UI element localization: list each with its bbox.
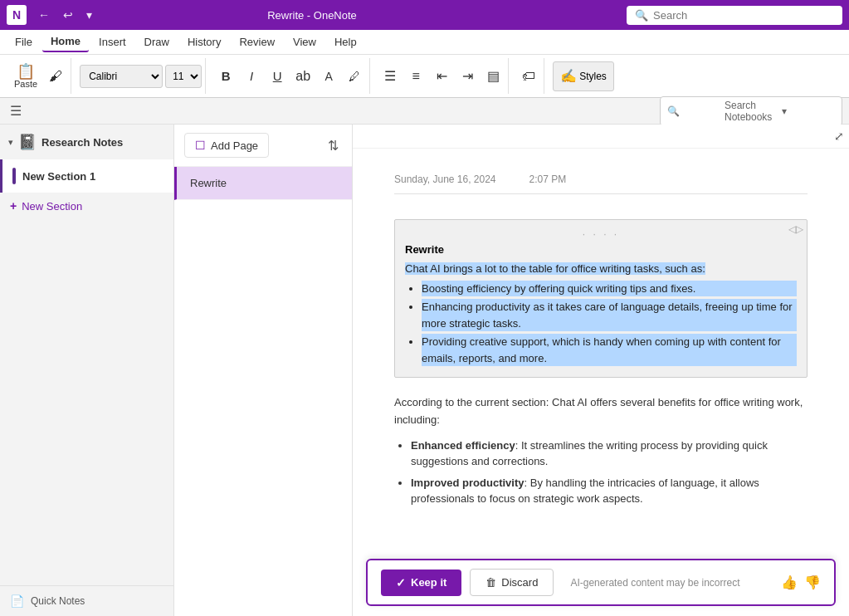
block-handle: · · · · — [405, 228, 797, 240]
block-resize-handle[interactable]: ◁▷ — [788, 223, 803, 235]
ai-action-bar: ✓ Keep it 🗑 Discard AI-generated content… — [366, 559, 836, 606]
hamburger-menu[interactable]: ☰ — [7, 100, 25, 122]
title-controls: ← ↩ ▾ — [33, 7, 97, 23]
search-icon: 🔍 — [635, 9, 648, 22]
discard-button[interactable]: 🗑 Discard — [470, 569, 554, 596]
block-title: Rewrite — [405, 243, 797, 256]
format-group: B I U ab A 🖊 — [211, 58, 370, 94]
content-area: ⤢ Sunday, June 16, 2024 2:07 PM · · · · … — [353, 125, 849, 616]
pages-toolbar: ☐ Add Page ⇅ — [174, 125, 352, 167]
new-section-label: New Section — [22, 200, 82, 213]
dropdown-button[interactable]: ▾ — [81, 7, 97, 23]
font-group: Calibri 11 — [76, 58, 206, 94]
menu-help[interactable]: Help — [326, 32, 365, 51]
note-date: Sunday, June 16, 2024 2:07 PM — [394, 174, 808, 194]
check-icon: ✓ — [396, 576, 406, 589]
title-search-box[interactable]: 🔍 — [627, 6, 842, 25]
increase-indent-button[interactable]: ⇥ — [456, 65, 479, 88]
expand-button[interactable]: ⤢ — [834, 130, 844, 143]
block-intro: Chat AI brings a lot to the table for of… — [405, 261, 797, 277]
quick-notes-icon: 📄 — [10, 594, 24, 608]
strikethrough-button[interactable]: ab — [291, 65, 315, 88]
pages-panel: ☐ Add Page ⇅ Rewrite — [174, 125, 353, 616]
bullet-item-1: Boosting efficiency by offering quick wr… — [422, 281, 797, 297]
menu-history[interactable]: History — [179, 32, 229, 51]
clipboard-group: 📋 Paste 🖌 — [7, 58, 71, 94]
menu-file[interactable]: File — [7, 32, 41, 51]
italic-button[interactable]: I — [240, 65, 263, 88]
rewrite-bold-1: Enhanced efficiency — [411, 439, 515, 452]
underline-button[interactable]: U — [266, 65, 289, 88]
menu-review[interactable]: Review — [231, 32, 283, 51]
note-date-text: Sunday, June 16, 2024 — [394, 174, 496, 185]
menu-view[interactable]: View — [285, 32, 324, 51]
highlight-button[interactable]: 🖊 — [343, 65, 366, 88]
bullet-list-selected: Boosting efficiency by offering quick wr… — [422, 281, 797, 367]
styles-group: ✍ Styles — [549, 58, 617, 94]
add-page-button[interactable]: ☐ Add Page — [184, 133, 269, 158]
thumbs-down-button[interactable]: 👎 — [804, 574, 821, 590]
rewrite-block[interactable]: · · · · ◁▷ Rewrite Chat AI brings a lot … — [394, 219, 808, 378]
thumbs-up-button[interactable]: 👍 — [781, 574, 798, 590]
notebook-title: Research Notes — [41, 136, 123, 149]
menu-home[interactable]: Home — [42, 32, 89, 52]
notebook-header[interactable]: ▾ 📓 Research Notes — [0, 125, 173, 159]
note-time-text: 2:07 PM — [529, 174, 567, 185]
back-button[interactable]: ← — [33, 7, 55, 23]
new-section-button[interactable]: + New Section — [0, 193, 173, 219]
keep-button[interactable]: ✓ Keep it — [381, 570, 461, 596]
font-color-button[interactable]: A — [317, 65, 340, 88]
section-title: New Section 1 — [22, 170, 95, 183]
discard-label: Discard — [501, 576, 538, 589]
decrease-indent-button[interactable]: ⇤ — [430, 65, 453, 88]
align-button[interactable]: ▤ — [481, 65, 505, 88]
sidebar: ▾ 📓 Research Notes New Section 1 + New S… — [0, 125, 174, 616]
paste-icon: 📋 — [17, 64, 35, 79]
search-input[interactable] — [653, 9, 819, 22]
keep-label: Keep it — [411, 576, 446, 589]
undo-button[interactable]: ↩ — [58, 7, 78, 23]
feedback-buttons: 👍 👎 — [781, 574, 821, 590]
section-item[interactable]: New Section 1 — [0, 159, 173, 193]
quick-notes[interactable]: 📄 Quick Notes — [0, 585, 173, 616]
title-bar: N ← ↩ ▾ Rewrite - OneNote 🔍 — [0, 0, 849, 30]
quick-notes-label: Quick Notes — [31, 595, 85, 607]
numbered-list-button[interactable]: ≡ — [404, 65, 427, 88]
chevron-down-icon: ▾ — [8, 137, 13, 148]
page-title: Rewrite — [190, 177, 227, 189]
paste-button[interactable]: 📋 Paste — [10, 58, 41, 95]
styles-icon: ✍ — [560, 68, 577, 84]
tags-button[interactable]: 🏷 — [517, 65, 540, 88]
ai-disclaimer: AI-generated content may be incorrect — [562, 577, 773, 589]
intro-selected: Chat AI brings a lot to the table for of… — [405, 262, 705, 275]
search-notebooks-icon: 🔍 — [667, 105, 720, 117]
rewrite-result: According to the current section: Chat A… — [394, 394, 808, 507]
rewrite-intro: According to the current section: Chat A… — [394, 394, 808, 429]
rewrite-bold-2: Improved productivity — [411, 477, 525, 489]
menu-bar: File Home Insert Draw History Review Vie… — [0, 30, 849, 55]
format-painter-button[interactable]: 🖌 — [44, 65, 67, 88]
list-group: ☰ ≡ ⇤ ⇥ ▤ — [375, 58, 509, 94]
notebook-dropdown-arrow: ▾ — [782, 105, 835, 117]
sub-bar: ☰ 🔍 Search Notebooks ▾ — [0, 98, 849, 125]
font-size-selector[interactable]: 11 — [165, 65, 202, 88]
menu-draw[interactable]: Draw — [136, 32, 178, 51]
notebook-search[interactable]: 🔍 Search Notebooks ▾ — [660, 96, 842, 126]
trash-icon: 🗑 — [485, 576, 496, 589]
section-color-indicator — [12, 168, 16, 184]
plus-icon: + — [10, 199, 17, 213]
styles-button[interactable]: ✍ Styles — [553, 61, 614, 91]
ribbon: 📋 Paste 🖌 Calibri 11 B I U ab A 🖊 ☰ ≡ ⇤ … — [0, 55, 849, 98]
rewrite-bullet-2: Improved productivity: By handling the i… — [411, 475, 808, 507]
bold-button[interactable]: B — [214, 65, 237, 88]
note-area: Sunday, June 16, 2024 2:07 PM · · · · ◁▷… — [353, 149, 849, 559]
main-area: ▾ 📓 Research Notes New Section 1 + New S… — [0, 125, 849, 616]
sort-button[interactable]: ⇅ — [324, 134, 342, 157]
notebook-search-label: Search Notebooks — [725, 100, 778, 123]
font-selector[interactable]: Calibri — [80, 65, 163, 88]
add-page-label: Add Page — [211, 139, 258, 152]
page-item[interactable]: Rewrite — [174, 167, 352, 200]
bullet-list-button[interactable]: ☰ — [378, 65, 402, 88]
bullet-item-3: Providing creative support, which is han… — [422, 334, 797, 366]
menu-insert[interactable]: Insert — [90, 32, 134, 51]
